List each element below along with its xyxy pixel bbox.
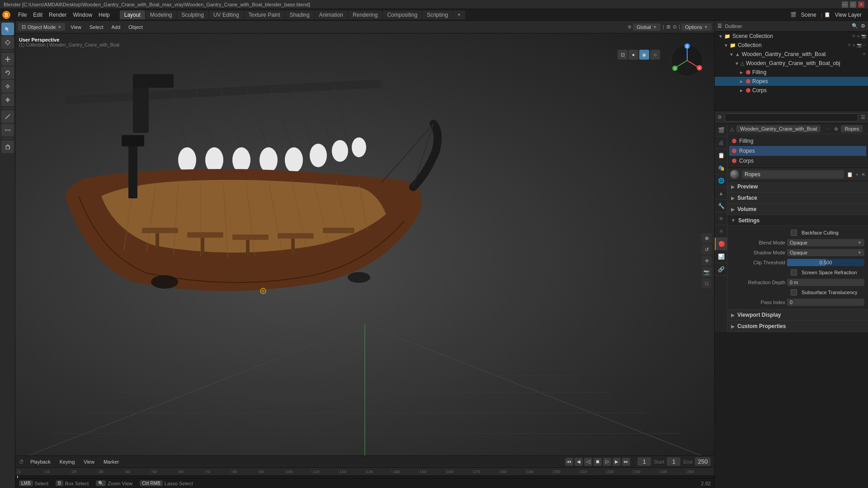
coll-check[interactable]: ✓ bbox=[863, 43, 866, 47]
tab-shading[interactable]: Shading bbox=[285, 10, 314, 19]
filling-slot[interactable]: Filling bbox=[729, 136, 866, 146]
particles-props-icon[interactable]: ✳ bbox=[715, 212, 727, 225]
render-props-icon[interactable]: 🎬 bbox=[715, 124, 727, 136]
backface-culling-checkbox[interactable] bbox=[791, 230, 797, 236]
filter-icon[interactable]: ☰ bbox=[861, 114, 865, 120]
filling-tree-item[interactable]: ▶ Filling bbox=[715, 68, 868, 77]
global-dropdown[interactable]: Global ▼ bbox=[633, 23, 660, 31]
tab-sculpting[interactable]: Sculpting bbox=[177, 10, 208, 19]
tab-uv-editing[interactable]: UV Editing bbox=[209, 10, 244, 19]
subsurface-checkbox[interactable] bbox=[791, 289, 797, 296]
properties-search[interactable] bbox=[725, 113, 858, 122]
rotate-tool[interactable] bbox=[1, 66, 14, 79]
rendered-btn[interactable]: ○ bbox=[650, 50, 660, 60]
end-frame-input[interactable] bbox=[695, 457, 711, 466]
corps-tree-item[interactable]: ▶ Corps bbox=[715, 86, 868, 95]
viewport-canvas[interactable]: User Perspective (1) Collection | Wooden… bbox=[15, 33, 714, 488]
coll-render[interactable]: 📷 bbox=[857, 43, 862, 47]
menu-window[interactable]: Window bbox=[70, 11, 95, 19]
menu-edit[interactable]: Edit bbox=[30, 11, 45, 19]
marker-menu[interactable]: Marker bbox=[101, 458, 122, 465]
shadow-mode-dropdown[interactable]: Opaque ▼ bbox=[787, 249, 864, 256]
physics-props-icon[interactable]: ⚛ bbox=[715, 225, 727, 238]
settings-header[interactable]: ▼ Settings bbox=[727, 215, 868, 226]
move-tool[interactable] bbox=[1, 53, 14, 66]
measure-tool[interactable] bbox=[1, 124, 14, 136]
object-name-button[interactable]: Wooden_Gantry_Crane_with_Boat bbox=[736, 125, 821, 132]
cursor-tool[interactable] bbox=[1, 36, 14, 49]
view-menu[interactable]: View bbox=[68, 23, 84, 31]
output-props-icon[interactable]: 🖨 bbox=[715, 136, 727, 149]
coll-eye[interactable]: 👁 bbox=[847, 43, 851, 47]
play-btn[interactable]: ▷ bbox=[603, 458, 611, 466]
viewport-zoom-icon[interactable]: ⊕ bbox=[702, 233, 712, 243]
corps-slot[interactable]: Corps bbox=[729, 156, 866, 166]
eye-icon[interactable]: 👁 bbox=[852, 34, 856, 38]
world-props-icon[interactable]: 🌐 bbox=[715, 174, 727, 187]
render-view-icon[interactable]: □ bbox=[702, 278, 712, 288]
close-button[interactable]: ✕ bbox=[858, 1, 864, 8]
blender-logo[interactable]: B bbox=[0, 9, 13, 21]
ropes-slot[interactable]: Ropes bbox=[729, 146, 866, 156]
material-name-button[interactable]: Ropes bbox=[841, 125, 863, 132]
gizmo-overlay[interactable]: Z X Y bbox=[669, 42, 705, 79]
keying-menu[interactable]: Keying bbox=[57, 458, 78, 465]
tab-rendering[interactable]: Rendering bbox=[348, 10, 382, 19]
material-name-input[interactable] bbox=[742, 170, 844, 178]
options-dropdown[interactable]: Options ▼ bbox=[681, 23, 712, 31]
minimize-button[interactable]: — bbox=[842, 1, 848, 8]
menu-help[interactable]: Help bbox=[96, 11, 113, 19]
material-preview-btn[interactable]: ◉ bbox=[639, 50, 649, 60]
surface-header[interactable]: ▶ Surface bbox=[727, 192, 868, 203]
data-props-icon[interactable]: 📊 bbox=[715, 250, 727, 263]
viewport-move-icon[interactable]: ✛ bbox=[702, 256, 712, 266]
jump-start-btn[interactable]: ⏮ bbox=[565, 458, 573, 466]
current-frame-input[interactable] bbox=[637, 457, 651, 466]
select-tool[interactable] bbox=[1, 23, 14, 35]
mat-copy-icon[interactable]: 📋 bbox=[847, 172, 853, 178]
add-cube-tool[interactable] bbox=[1, 141, 14, 153]
prev-frame-btn[interactable]: ◀ bbox=[575, 458, 583, 466]
view-layer-props-icon[interactable]: 📋 bbox=[715, 149, 727, 162]
blend-mode-dropdown[interactable]: Opaque ▼ bbox=[787, 239, 864, 246]
transform-tool[interactable] bbox=[1, 94, 14, 106]
boat-eye[interactable]: 👁 bbox=[862, 52, 866, 56]
tab-modeling[interactable]: Modeling bbox=[146, 10, 177, 19]
add-menu[interactable]: Add bbox=[109, 23, 123, 31]
view-menu-timeline[interactable]: View bbox=[81, 458, 97, 465]
scene-collection-item[interactable]: ▼ 📁 Scene Collection 👁 ⊕ 📷 bbox=[715, 32, 868, 41]
select-menu[interactable]: Select bbox=[87, 23, 106, 31]
render-vis-icon[interactable]: 📷 bbox=[861, 34, 866, 38]
boat-mesh-item[interactable]: ▼ ▲ Wooden_Gantry_Crane_with_Boat 👁 bbox=[715, 50, 868, 59]
refraction-depth-input[interactable]: 0 m bbox=[787, 279, 864, 286]
playback-menu[interactable]: Playback bbox=[28, 458, 53, 465]
wireframe-btn[interactable]: ⊡ bbox=[618, 50, 627, 60]
menu-file[interactable]: File bbox=[15, 11, 29, 19]
next-frame-btn[interactable]: ▶ bbox=[613, 458, 621, 466]
proportional-icon[interactable]: ⊙ bbox=[673, 24, 677, 30]
window-controls[interactable]: — □ ✕ bbox=[842, 1, 864, 8]
outliner-search-icon[interactable]: 🔍 bbox=[852, 23, 858, 29]
snap-icon[interactable]: ⊞ bbox=[666, 24, 670, 30]
preview-header[interactable]: ▶ Preview bbox=[727, 181, 868, 192]
outliner-filter-icon[interactable]: ⚙ bbox=[861, 23, 865, 29]
jump-end-btn[interactable]: ⏭ bbox=[622, 458, 630, 466]
scene-props-icon[interactable]: 🎭 bbox=[715, 162, 727, 174]
clip-threshold-input[interactable]: 0.500 bbox=[787, 259, 864, 266]
menu-render[interactable]: Render bbox=[46, 11, 69, 19]
custom-props-header[interactable]: ▶ Custom Properties bbox=[727, 321, 868, 332]
play-reverse-btn[interactable]: ◁ bbox=[584, 458, 592, 466]
tab-layout[interactable]: Layout bbox=[120, 10, 145, 19]
stop-btn[interactable]: ⏹ bbox=[594, 458, 602, 466]
tab-scripting[interactable]: Scripting bbox=[422, 10, 453, 19]
coll-cursor[interactable]: ⊕ bbox=[852, 43, 856, 47]
maximize-button[interactable]: □ bbox=[850, 1, 856, 8]
annotate-tool[interactable] bbox=[1, 110, 14, 123]
cursor-vis-icon[interactable]: ⊕ bbox=[857, 34, 860, 38]
tab-compositing[interactable]: Compositing bbox=[382, 10, 422, 19]
tab-animation[interactable]: Animation bbox=[315, 10, 348, 19]
ssr-checkbox[interactable] bbox=[791, 269, 797, 276]
constraint-props-icon[interactable]: 🔗 bbox=[715, 263, 727, 276]
viewport-rotate-icon[interactable]: ↺ bbox=[702, 244, 712, 254]
boat-obj-item[interactable]: ▼ △ Wooden_Gantry_Crane_with_Boat_obj bbox=[715, 59, 868, 68]
